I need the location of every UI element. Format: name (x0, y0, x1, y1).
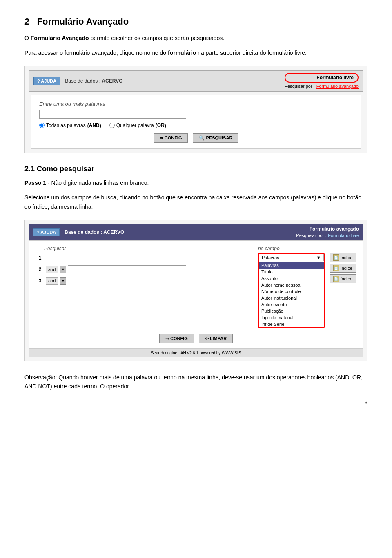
screenshot2: ? AJUDA Base de dados : ACERVO Formulári… (24, 220, 368, 361)
ss1-advanced-link[interactable]: Formulário avançado (316, 84, 359, 89)
ss2-row-3-num: 3 (36, 278, 44, 284)
ss1-button-row: ⇒ CONFIG 🔍 PESQUISAR (39, 133, 353, 143)
ss2-dropdown-item-autor-inst[interactable]: Autor institucional (259, 295, 324, 301)
ss2-no-campo-label: no campo (258, 246, 356, 251)
ss1-form-area: Entre uma ou mais palavras Todas as pala… (31, 95, 361, 149)
ss2-row3-and-wrap: and ▼ (46, 277, 66, 285)
ss2-dropdown-item-autor-pessoal[interactable]: Autor nome pessoal (259, 282, 324, 288)
ss2-form-current: Formulário avançado (296, 226, 359, 232)
ss2-form-link-row: Pesquisar por : Formulário livre (296, 232, 359, 238)
screenshot1: ? AJUDA Base de dados : ACERVO Formulári… (24, 66, 368, 153)
ss2-campo-dropdown[interactable]: Palavras▼ Palavras Título Assunto Autor … (258, 253, 325, 328)
index-icon-2: 📄 (333, 265, 339, 271)
ss2-topbar-right: Formulário avançado Pesquisar por : Form… (296, 226, 359, 238)
section-number: 2 (24, 16, 29, 27)
ss2-form-area: Pesquisar 1 2 and ▼ (29, 240, 363, 349)
ss2-row2-dropdown-arrow[interactable]: ▼ (60, 266, 66, 273)
ss2-db-label: Base de dados : ACERVO (65, 229, 124, 235)
ss2-dropdown-item-inf-serie[interactable]: Inf de Série (259, 321, 324, 327)
observation-paragraph: Observação: Quando houver mais de uma pa… (24, 373, 368, 391)
ss1-topbar: ? AJUDA Base de dados : ACERVO Formulári… (29, 70, 363, 92)
ss2-row2-input[interactable] (68, 265, 186, 273)
ss1-search-button[interactable]: 🔍 PESQUISAR (193, 133, 238, 143)
ss2-row-2-num: 2 (36, 267, 44, 272)
ss2-row-1-num: 1 (36, 255, 44, 261)
ss1-search-input[interactable] (39, 110, 186, 119)
intro-paragraph: O Formulário Avançado permite escolher o… (24, 34, 368, 43)
ss2-dropdown-palavras-top[interactable]: Palavras▼ (259, 254, 324, 261)
ss1-form-link-row: Pesquisar por : Formulário avançado (285, 83, 359, 89)
ss2-indice-btn-1[interactable]: 📄 índice (330, 253, 356, 262)
ss2-row3-input[interactable] (68, 277, 186, 285)
para1: Para acessar o formulário avançado, cliq… (24, 48, 368, 57)
ss2-row-3: 3 and ▼ (36, 277, 252, 285)
ss2-indice-btn-3[interactable]: 📄 índice (330, 274, 356, 283)
ss2-dropdown-item-tipo-material[interactable]: Tipo de material (259, 314, 324, 321)
ss1-form-current: Formulário livre (285, 73, 359, 83)
ss2-footer: Search engine: iAH v2.6.1 powered by WWW… (29, 349, 363, 357)
ss2-pesquisar-label: Pesquisar (44, 246, 252, 251)
ss1-help-button[interactable]: ? AJUDA (33, 77, 60, 85)
ss2-help-button[interactable]: ? AJUDA (33, 228, 60, 236)
step1-paragraph: Passo 1 - Não digite nada nas linhas em … (24, 178, 368, 187)
ss2-indice-btn-2[interactable]: 📄 índice (330, 264, 356, 273)
ss2-row1-input[interactable] (67, 254, 185, 262)
ss2-dropdown-item-assunto[interactable]: Assunto (259, 275, 324, 282)
ss2-row3-dropdown-arrow[interactable]: ▼ (60, 277, 66, 285)
ss1-radio-row: Todas as palavras (AND) Qualquer palavra… (39, 123, 353, 128)
ss1-radio-and[interactable]: Todas as palavras (AND) (39, 123, 101, 128)
ss2-dropdown-item-autor-evento[interactable]: Autor evento (259, 301, 324, 308)
subsection-title: 2.1 Como pesquisar (24, 165, 368, 173)
ss2-indice-buttons: 📄 índice 📄 índice 📄 índice (326, 253, 356, 283)
ss1-topbar-left: ? AJUDA Base de dados : ACERVO (33, 77, 122, 85)
ss2-button-row: ⇒ CONFIG ⇦ LIMPAR (36, 334, 356, 343)
ss2-dropdown-item-palavras[interactable]: Palavras (259, 262, 324, 269)
index-icon-1: 📄 (333, 254, 339, 261)
ss2-row3-and-label: and (46, 277, 58, 285)
ss2-dropdown-item-titulo[interactable]: Título (259, 269, 324, 275)
ss1-input-label: Entre uma ou mais palavras (39, 101, 353, 107)
ss2-config-button[interactable]: ⇒ CONFIG (159, 334, 194, 343)
ss2-topbar-left: ? AJUDA Base de dados : ACERVO (33, 228, 124, 236)
ss2-search-rows: Pesquisar 1 2 and ▼ (36, 246, 252, 330)
ss1-radio-or[interactable]: Qualquer palavra (OR) (109, 123, 166, 128)
ss2-row-2: 2 and ▼ (36, 265, 252, 273)
section-title: 2 Formulário Avançado (24, 16, 368, 27)
index-icon-3: 📄 (333, 276, 339, 282)
section-title-text: Formulário Avançado (37, 16, 129, 27)
ss1-config-button[interactable]: ⇒ CONFIG (154, 133, 188, 143)
ss1-input-line (39, 110, 353, 119)
ss2-form-columns: Pesquisar 1 2 and ▼ (36, 246, 356, 330)
ss1-topbar-right: Formulário livre Pesquisar por : Formulá… (285, 73, 359, 89)
ss2-row-1: 1 (36, 254, 252, 262)
ss2-campo-row1: Palavras▼ Palavras Título Assunto Autor … (258, 253, 356, 328)
ss2-dropdown-item-num-controle[interactable]: Número de controle (259, 288, 324, 295)
ss1-db-label: Base de dados : ACERVO (65, 78, 122, 84)
ss2-row2-and-wrap: and ▼ (46, 266, 66, 273)
ss2-right-panel: no campo Palavras▼ Palavras Título Assun… (258, 246, 356, 330)
ss2-dropdown-item-publicacao[interactable]: Publicação (259, 308, 324, 314)
page-number: 3 (24, 399, 368, 406)
ss1-radio-or-input[interactable] (109, 123, 115, 128)
ss1-radio-and-input[interactable] (39, 123, 45, 128)
ss2-clear-button[interactable]: ⇦ LIMPAR (199, 334, 233, 343)
ss2-row2-and-label: and (46, 266, 58, 273)
step1-detail: Selecione um dos campos de busca, clican… (24, 193, 368, 211)
ss2-form-link[interactable]: Formulário livre (328, 233, 359, 238)
ss2-topbar: ? AJUDA Base de dados : ACERVO Formulári… (29, 224, 363, 240)
